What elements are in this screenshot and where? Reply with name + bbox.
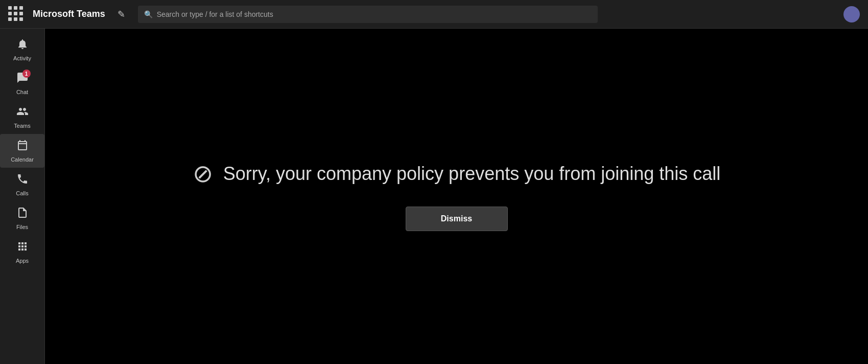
new-chat-button[interactable]: ✎ — [113, 6, 130, 22]
sidebar-item-chat-label: Chat — [16, 89, 28, 95]
calendar-icon — [16, 139, 29, 154]
sidebar-item-calendar[interactable]: Calendar — [0, 134, 44, 168]
sidebar-item-calls[interactable]: Calls — [0, 168, 44, 201]
chat-icon: 1 — [16, 72, 29, 87]
teams-icon — [16, 105, 29, 121]
policy-message-container: ⊘ Sorry, your company policy prevents yo… — [193, 162, 721, 186]
avatar[interactable] — [843, 6, 860, 22]
sidebar-item-activity[interactable]: Activity — [0, 33, 44, 66]
dismiss-button[interactable]: Dismiss — [406, 207, 508, 231]
sidebar-item-apps-label: Apps — [16, 258, 29, 264]
sidebar-item-apps[interactable]: Apps — [0, 235, 44, 269]
topbar: Microsoft Teams ✎ 🔍 Search or type / for… — [0, 0, 868, 29]
bell-icon — [16, 38, 29, 53]
content-area: ⊘ Sorry, your company policy prevents yo… — [45, 29, 868, 364]
files-icon — [16, 207, 29, 222]
sidebar-item-chat[interactable]: 1 Chat — [0, 66, 44, 100]
search-placeholder: Search or type / for a list of shortcuts — [157, 10, 273, 18]
chat-badge: 1 — [22, 70, 31, 78]
sidebar-item-activity-label: Activity — [13, 55, 31, 61]
sidebar-item-teams-label: Teams — [14, 123, 30, 129]
sidebar-item-calls-label: Calls — [16, 190, 28, 196]
app-title: Microsoft Teams — [33, 9, 105, 19]
apps-icon — [16, 240, 29, 256]
sidebar-item-files-label: Files — [16, 224, 28, 230]
app-launcher-button[interactable] — [8, 6, 25, 22]
sidebar-item-files[interactable]: Files — [0, 201, 44, 235]
search-icon: 🔍 — [144, 10, 153, 18]
calls-icon — [16, 173, 29, 188]
sidebar-item-calendar-label: Calendar — [11, 156, 34, 163]
sidebar-item-teams[interactable]: Teams — [0, 100, 44, 134]
search-bar[interactable]: 🔍 Search or type / for a list of shortcu… — [138, 6, 598, 23]
blocked-icon: ⊘ — [193, 162, 213, 186]
main-layout: Activity 1 Chat Teams — [0, 29, 868, 364]
sidebar: Activity 1 Chat Teams — [0, 29, 45, 364]
policy-message-text: Sorry, your company policy prevents you … — [223, 163, 721, 185]
